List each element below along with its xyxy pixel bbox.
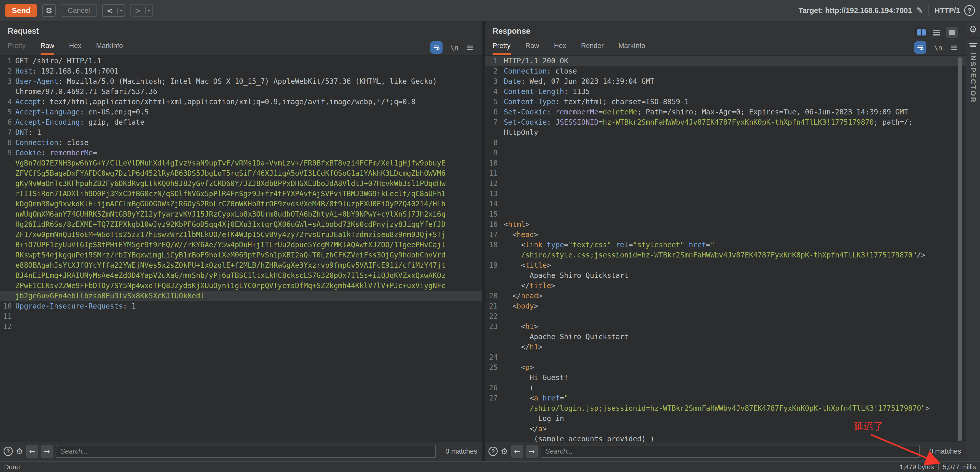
editor-menu-icon[interactable]: ≡ — [950, 42, 958, 53]
code-line: 5Accept-Language: en-US,en;q=0.5 — [0, 107, 482, 117]
response-bytes-label: 1,479 bytes — [900, 463, 934, 471]
layout-single-button[interactable] — [946, 27, 958, 38]
search-settings-icon[interactable]: ⚙ — [501, 446, 508, 456]
line-number: 2 — [0, 66, 15, 77]
code-line: 19 <title> — [485, 260, 966, 271]
line-text: Content-Type: text/html; charset=ISO-885… — [504, 97, 689, 107]
layout-side-by-side-button[interactable] — [915, 27, 928, 38]
line-number: 8 — [485, 138, 501, 148]
chevron-down-icon[interactable]: ▾ — [146, 8, 153, 13]
search-prev-button[interactable]: ← — [26, 445, 38, 458]
code-line: nWUqOmXM6anY74GUHRK5ZmNtGBByYZ12yfyarzvK… — [0, 209, 482, 219]
edit-target-icon[interactable]: ✎ — [916, 6, 923, 15]
arrow-left-icon: ← — [29, 447, 35, 456]
line-text: </a> — [504, 424, 547, 434]
tab-markinfo[interactable]: MarkInfo — [96, 42, 123, 55]
line-number: 20 — [485, 291, 501, 301]
layout-stacked-button[interactable] — [931, 27, 943, 38]
search-help-icon[interactable]: ? — [3, 447, 13, 456]
chevron-down-icon[interactable]: ▾ — [118, 8, 124, 13]
code-line: 10Upgrade-Insecure-Requests: 1 — [0, 301, 482, 311]
line-number — [0, 271, 15, 281]
request-settings-button[interactable]: ⚙ — [42, 4, 56, 17]
line-number — [485, 403, 501, 413]
tab-raw[interactable]: Raw — [41, 42, 54, 55]
response-panel-title: Response — [493, 27, 530, 36]
tab-markinfo[interactable]: MarkInfo — [618, 42, 645, 55]
line-text: /shiro/style.css;jsessionid=hz-WTBkr2Smn… — [504, 250, 925, 260]
line-number — [485, 332, 501, 342]
tab-render[interactable]: Render — [581, 42, 604, 55]
filter-icon[interactable] — [969, 43, 977, 47]
search-next-button[interactable]: → — [526, 445, 538, 458]
response-search-input[interactable] — [541, 445, 920, 458]
toolbar-right-group: Target: http://192.168.6.194:7001 ✎ HTTP… — [799, 5, 975, 16]
line-text: Set-Cookie: JSESSIONID=hz-WTBkr2SmnFaHWW… — [504, 117, 912, 128]
line-number — [0, 260, 15, 271]
response-panel: Response PrettyRawHexRenderMarkInfo \n ≡… — [485, 21, 966, 461]
word-wrap-icon — [433, 44, 440, 51]
history-forward-button[interactable]: > ▾ — [130, 4, 153, 17]
help-icon[interactable]: ? — [964, 5, 975, 16]
line-number: 6 — [0, 117, 15, 128]
search-prev-button[interactable]: ← — [511, 445, 523, 458]
line-number — [0, 291, 15, 301]
tab-pretty[interactable]: Pretty — [493, 42, 511, 55]
show-newlines-toggle[interactable]: \n — [450, 44, 458, 52]
send-button[interactable]: Send — [5, 4, 37, 17]
target-url: http://192.168.6.194:7001 — [825, 6, 912, 14]
search-next-button[interactable]: → — [41, 445, 53, 458]
line-number — [0, 281, 15, 291]
code-line: </a> — [485, 424, 966, 434]
line-number — [485, 373, 501, 383]
cancel-button[interactable]: Cancel — [61, 4, 97, 17]
word-wrap-button[interactable] — [430, 41, 442, 54]
code-line: 25 <p> — [485, 362, 966, 373]
back-history-icon: < — [103, 6, 117, 15]
inspector-tab[interactable]: INSPECTOR — [969, 53, 977, 103]
code-line: B+iO7UPF1cyUuVl6IpS8tPHiEYM5gr9f9rEQ/W//… — [0, 240, 482, 250]
request-code-editor[interactable]: 1GET /shiro/ HTTP/1.12Host: 192.168.6.19… — [0, 56, 482, 442]
line-number — [485, 250, 501, 260]
line-text: </h1> — [504, 342, 542, 352]
request-panel-title: Request — [8, 27, 39, 36]
code-line: 7DNT: 1 — [0, 128, 482, 138]
line-text: User-Agent: Mozilla/5.0 (Macintosh; Inte… — [15, 77, 437, 86]
line-number: 15 — [485, 209, 501, 219]
line-number: 16 — [485, 219, 501, 230]
line-text: <a href=" — [504, 393, 568, 403]
tab-raw[interactable]: Raw — [525, 42, 539, 55]
history-back-button[interactable]: < ▾ — [102, 4, 125, 17]
request-search-input[interactable] — [56, 445, 436, 458]
line-number: 5 — [485, 97, 501, 107]
pane-icon — [917, 29, 921, 35]
response-code-editor[interactable]: 1HTTP/1.1 200 OK2Connection: close3Date:… — [485, 56, 966, 442]
code-line: Hg26IidR6Ss/8zEXME+TQ7ZIPXkgb10wJyz92KbP… — [0, 219, 482, 230]
code-line: jb2ge6uvGFn4ebllbzsb0Eu3lvSx8Kk5XcKJIUOk… — [0, 291, 482, 301]
line-text: <h1> — [504, 322, 538, 332]
code-line: 17 <head> — [485, 230, 966, 240]
line-number: 13 — [485, 189, 501, 199]
line-number — [0, 219, 15, 230]
tab-pretty[interactable]: Pretty — [8, 42, 26, 55]
arrow-right-icon: → — [529, 447, 535, 456]
scrollbar-thumb[interactable] — [958, 57, 962, 441]
code-line: Apache Shiro Quickstart — [485, 271, 966, 281]
pane-icon — [922, 29, 926, 35]
line-number: 4 — [0, 97, 15, 107]
code-line: RKswpt54ejkgquPei9SMrz/rbIYBqxwimgLiCyB1… — [0, 250, 482, 260]
inspector-settings-icon[interactable]: ⚙ — [969, 24, 977, 35]
code-line: 8 — [485, 138, 966, 148]
search-help-icon[interactable]: ? — [488, 447, 498, 456]
code-line: 9 — [485, 148, 966, 158]
line-number: 12 — [0, 322, 15, 332]
word-wrap-button[interactable] — [914, 41, 926, 54]
line-text: Upgrade-Insecure-Requests: 1 — [15, 301, 136, 311]
editor-menu-icon[interactable]: ≡ — [466, 42, 474, 53]
http-version-label[interactable]: HTTP/1 — [935, 6, 960, 15]
search-settings-icon[interactable]: ⚙ — [16, 446, 23, 456]
tab-hex[interactable]: Hex — [554, 42, 566, 55]
tab-hex[interactable]: Hex — [69, 42, 81, 55]
line-text: jb2ge6uvGFn4ebllbzsb0Eu3lvSx8Kk5XcKJIUOk… — [15, 291, 205, 301]
show-newlines-toggle[interactable]: \n — [934, 44, 942, 52]
